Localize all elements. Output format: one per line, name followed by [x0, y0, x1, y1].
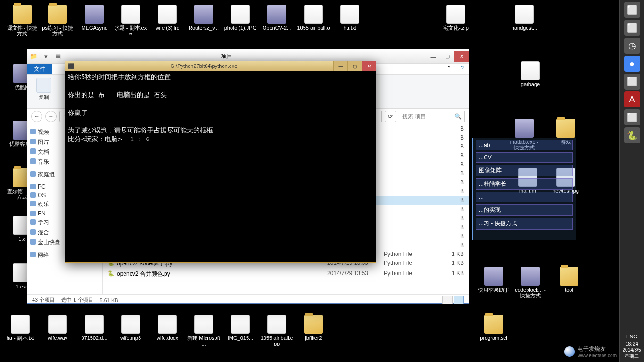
- icon-label: 新建 Microsoft ...: [186, 335, 221, 347]
- overlay-item[interactable]: ...CV: [476, 152, 573, 163]
- desktop-icon[interactable]: program,sci: [476, 315, 511, 341]
- icon-label: wife.mp3: [113, 335, 148, 341]
- quick-toolbar: 📁 ▾ ▤: [28, 51, 63, 61]
- overlay-item[interactable]: ...的实现: [476, 204, 573, 216]
- desktop-icon[interactable]: ha.txt: [332, 5, 367, 31]
- icon-label: ha.txt: [332, 25, 367, 31]
- desktop-icon[interactable]: IMG_015...: [223, 315, 258, 341]
- dock-icon[interactable]: ⬜: [624, 74, 640, 90]
- folder-icon[interactable]: 📁: [28, 51, 39, 61]
- icon-label: jbfilter2: [296, 335, 331, 341]
- desktop-icon[interactable]: 源文件 - 快捷方式: [5, 5, 40, 37]
- dock-pdf-icon[interactable]: A: [624, 91, 640, 107]
- icon-label: wife.wav: [40, 335, 75, 341]
- overlay-item[interactable]: ...习 - 快捷方式: [476, 218, 573, 230]
- file-icon: [304, 5, 323, 24]
- file-icon: [85, 315, 104, 334]
- desktop-icon[interactable]: Routersz_v...: [186, 5, 221, 31]
- icon-label: OpenCV-2...: [259, 25, 294, 31]
- tray-lang[interactable]: ENG: [621, 333, 642, 340]
- view-details-icon[interactable]: [442, 296, 453, 304]
- close-button[interactable]: ✕: [454, 51, 469, 62]
- ribbon-expand-icon[interactable]: ⌃: [442, 64, 456, 74]
- icon-label: handgest...: [507, 25, 542, 31]
- help-icon[interactable]: ?: [456, 64, 469, 74]
- exe-icon: [484, 267, 503, 286]
- tray-date: 2014/8/5: [621, 347, 642, 353]
- console-close[interactable]: ✕: [362, 61, 376, 71]
- python-file-icon: 🐍: [107, 270, 117, 278]
- file-icon: [194, 315, 213, 334]
- desktop-icon[interactable]: tool: [552, 267, 586, 293]
- console-icon: ⬛: [68, 63, 74, 69]
- nav-back[interactable]: ←: [31, 111, 42, 122]
- console-titlebar[interactable]: ⬛ G:\Python27bit64\python.exe — ▢ ✕: [65, 61, 376, 71]
- desktop-icon[interactable]: OpenCV-2...: [259, 5, 294, 31]
- desktop-icon[interactable]: wife.docx: [150, 315, 185, 341]
- desktop-icon[interactable]: photo (1).JPG: [223, 5, 258, 31]
- file-icon: [267, 315, 286, 334]
- props-icon[interactable]: ▤: [53, 51, 63, 61]
- maximize-button[interactable]: ▢: [440, 51, 454, 62]
- tab-file[interactable]: 文件: [27, 64, 52, 74]
- console-maximize[interactable]: ▢: [347, 61, 362, 71]
- desktop-icon[interactable]: 1055 air ball.o: [296, 5, 331, 31]
- overlay-item[interactable]: ...: [476, 192, 573, 202]
- folder-icon: [304, 315, 323, 334]
- desktop-icon[interactable]: 071502.d...: [77, 315, 112, 341]
- dock-python-icon[interactable]: 🐍: [624, 127, 640, 143]
- file-icon: [446, 5, 465, 24]
- icon-label: IMG_015...: [223, 335, 258, 341]
- overlay-item[interactable]: ...ab: [476, 140, 573, 150]
- desktop-icon[interactable]: 宅文化-.zip: [438, 5, 473, 31]
- desktop-icon[interactable]: 快用苹果助手: [476, 267, 511, 293]
- watermark-logo-icon: [564, 346, 575, 357]
- minimize-button[interactable]: —: [426, 51, 440, 62]
- file-row[interactable]: 🐍opencv2 合并颜色.py2014/7/29 13:53Python Fi…: [103, 269, 469, 280]
- system-tray[interactable]: ENG 18:24 2014/8/5 星期二: [621, 333, 642, 359]
- console-minimize[interactable]: —: [333, 61, 347, 71]
- view-large-icon[interactable]: [454, 296, 464, 304]
- exe-icon: [85, 5, 104, 24]
- desktop-icon[interactable]: codeblock... - 快捷方式: [513, 267, 548, 299]
- tray-day: 星期二: [621, 353, 642, 359]
- desktop-icon[interactable]: MEGAsync: [77, 5, 112, 31]
- ribbon-copy[interactable]: 复制: [32, 78, 56, 106]
- overlay-item[interactable]: 图像矩阵: [476, 165, 573, 176]
- icon-label: program,sci: [476, 335, 511, 341]
- desktop-icon[interactable]: wife.wav: [40, 315, 75, 341]
- exe-icon: [194, 5, 213, 24]
- icon-label: tool: [552, 287, 586, 293]
- refresh-button[interactable]: ⟳: [385, 111, 396, 122]
- console-window: ⬛ G:\Python27bit64\python.exe — ▢ ✕ 给你5秒…: [65, 61, 376, 263]
- desktop-icon[interactable]: 新建 Microsoft ...: [186, 315, 221, 347]
- desktop-icon[interactable]: handgest...: [507, 5, 542, 31]
- icon-label: codeblock... - 快捷方式: [513, 287, 548, 299]
- dock-icon[interactable]: ◷: [624, 38, 640, 54]
- overlay-item[interactable]: ...杜皓学长: [476, 178, 573, 190]
- folder-icon: [556, 119, 575, 138]
- search-input[interactable]: 搜索 项目🔍: [399, 111, 465, 122]
- desktop-icon[interactable]: 1055 air ball.cpp: [259, 315, 294, 347]
- desktop-icon[interactable]: wife.mp3: [113, 315, 148, 341]
- dock-icon[interactable]: ⬜: [624, 2, 640, 18]
- file-icon: [121, 315, 140, 334]
- icon-label: wife (3).lrc: [150, 25, 185, 31]
- qat-icon[interactable]: ▾: [41, 51, 51, 61]
- dock-icon[interactable]: ⬜: [624, 20, 640, 36]
- status-selected: 选中 1 个项目: [61, 296, 93, 304]
- file-icon: [158, 5, 177, 24]
- icon-label: garbage: [513, 81, 548, 88]
- icon-label: MEGAsync: [77, 25, 112, 31]
- dock-chrome-icon[interactable]: ●: [624, 56, 640, 72]
- desktop-icon[interactable]: garbage: [513, 61, 548, 88]
- desktop-icon[interactable]: ha - 副本.txt: [3, 315, 38, 341]
- nav-forward[interactable]: →: [45, 111, 57, 122]
- desktop-icon[interactable]: 水题 - 副本.exe: [113, 5, 148, 37]
- desktop-icon[interactable]: wife (3).lrc: [150, 5, 185, 31]
- desktop-icon[interactable]: ps练习 - 快捷方式: [40, 5, 75, 37]
- tray-time: 18:24: [621, 340, 642, 347]
- exe-icon: [515, 119, 534, 138]
- desktop-icon[interactable]: jbfilter2: [296, 315, 331, 341]
- dock-icon[interactable]: ⬜: [624, 109, 640, 125]
